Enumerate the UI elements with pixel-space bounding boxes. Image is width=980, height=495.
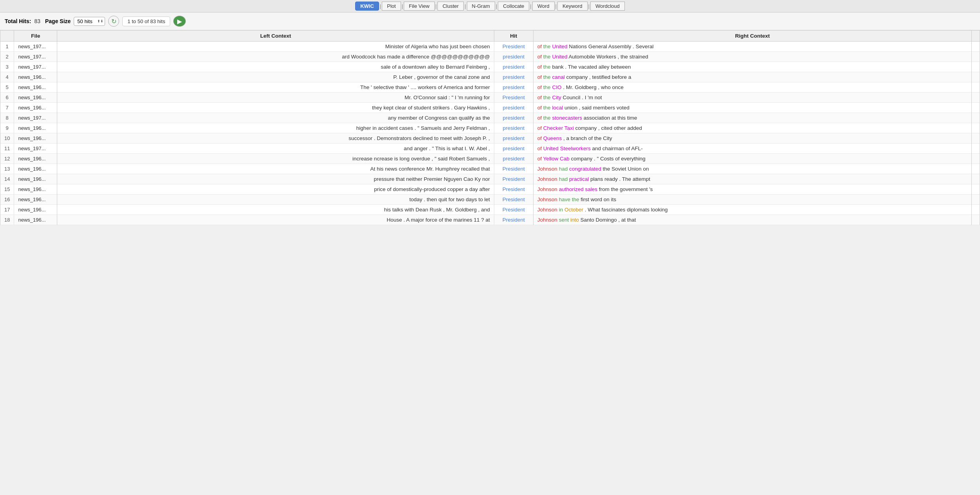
nav-kwic[interactable]: KWIC [355,2,379,11]
row-end [972,164,980,174]
left-context: pressure that neither Premier Nguyen Cao… [57,174,494,184]
table-row[interactable]: 14 news_196... pressure that neither Pre… [0,174,980,184]
left-context: any member of Congress can qualify as th… [57,113,494,123]
row-end [972,215,980,225]
top-nav: KWIC | Plot | File View | Cluster | N-Gr… [0,0,980,13]
row-number: 6 [0,93,14,103]
nav-word[interactable]: Word [532,2,555,11]
file-name[interactable]: news_197... [14,52,57,62]
right-context: of Yellow Cab company . " Costs of every… [533,154,971,164]
right-context: of the United Nations General Assembly .… [533,42,971,52]
col-num [0,31,14,42]
table-row[interactable]: 7 news_196... they kept clear of student… [0,103,980,113]
nav-collocate[interactable]: Collocate [498,2,529,11]
right-context: of the canal company , testified before … [533,72,971,82]
hit-word: president [494,113,533,123]
row-number: 14 [0,174,14,184]
hit-word: President [494,215,533,225]
table-row[interactable]: 18 news_196... House . A major force of … [0,215,980,225]
file-name[interactable]: news_196... [14,195,57,205]
row-number: 9 [0,123,14,133]
row-number: 13 [0,164,14,174]
file-name[interactable]: news_196... [14,174,57,184]
hit-word: President [494,93,533,103]
hit-word: president [494,62,533,72]
table-row[interactable]: 8 news_197... any member of Congress can… [0,113,980,123]
left-context: The ' selective thaw ' .... workers of A… [57,82,494,93]
col-left-context: Left Context [57,31,494,42]
hit-word: president [494,123,533,133]
toolbar: Total Hits: 83 Page Size 50 hits 100 hit… [0,13,980,30]
nav-plot[interactable]: Plot [382,2,401,11]
row-end [972,144,980,154]
right-context: of the CIO . Mr. Goldberg , who once [533,82,971,93]
file-name[interactable]: news_196... [14,154,57,164]
table-row[interactable]: 3 news_197... sale of a downtown alley t… [0,62,980,72]
file-name[interactable]: news_197... [14,113,57,123]
table-row[interactable]: 16 news_196... today . then quit for two… [0,195,980,205]
table-row[interactable]: 2 news_197... ard Woodcock has made a di… [0,52,980,62]
table-row[interactable]: 5 news_196... The ' selective thaw ' ...… [0,82,980,93]
left-context: At his news conference Mr. Humphrey reca… [57,164,494,174]
file-name[interactable]: news_196... [14,93,57,103]
row-number: 7 [0,103,14,113]
page-size-select[interactable]: 50 hits 100 hits 25 hits [74,17,105,26]
col-right-context: Right Context [533,31,971,42]
table-row[interactable]: 1 news_197... Minister of Algeria who ha… [0,42,980,52]
hit-word: President [494,174,533,184]
nav-wordcloud[interactable]: Wordcloud [590,2,625,11]
col-file: File [14,31,57,42]
row-number: 2 [0,52,14,62]
table-row[interactable]: 17 news_196... his talks with Dean Rusk … [0,205,980,215]
row-end [972,82,980,93]
right-context: of Checker Taxi company , cited other ad… [533,123,971,133]
nav-cluster[interactable]: Cluster [437,2,464,11]
left-context: sale of a downtown alley to Bernard Fein… [57,62,494,72]
file-name[interactable]: news_197... [14,144,57,154]
file-name[interactable]: news_196... [14,184,57,195]
table-row[interactable]: 15 news_196... price of domestically-pro… [0,184,980,195]
table-body: 1 news_197... Minister of Algeria who ha… [0,42,980,225]
refresh-button[interactable]: ↻ [108,16,119,27]
right-context: of the stonecasters association at this … [533,113,971,123]
file-name[interactable]: news_196... [14,123,57,133]
left-context: price of domestically-produced copper a … [57,184,494,195]
page-info: 1 to 50 of 83 hits [122,16,170,26]
row-number: 8 [0,113,14,123]
next-page-button[interactable]: ▶ [173,16,186,27]
row-end [972,205,980,215]
row-end [972,52,980,62]
right-context: of the local union , said members voted [533,103,971,113]
file-name[interactable]: news_196... [14,205,57,215]
file-name[interactable]: news_196... [14,215,57,225]
file-name[interactable]: news_196... [14,103,57,113]
row-number: 18 [0,215,14,225]
page-size-label: Page Size [45,18,71,24]
file-name[interactable]: news_197... [14,42,57,52]
row-end [972,154,980,164]
file-name[interactable]: news_197... [14,62,57,72]
file-name[interactable]: news_196... [14,164,57,174]
table-row[interactable]: 10 news_196... successor . Demonstrators… [0,133,980,144]
table-row[interactable]: 13 news_196... At his news conference Mr… [0,164,980,174]
file-name[interactable]: news_196... [14,133,57,144]
row-number: 17 [0,205,14,215]
hit-word: President [494,195,533,205]
file-name[interactable]: news_196... [14,82,57,93]
hit-word: president [494,133,533,144]
table-row[interactable]: 6 news_196... Mr. O'Connor said : " I 'm… [0,93,980,103]
row-end [972,113,980,123]
table-row[interactable]: 9 news_196... higher in accident cases .… [0,123,980,133]
table-row[interactable]: 12 news_196... increase ncrease is long … [0,154,980,164]
nav-fileview[interactable]: File View [404,2,435,11]
table-row[interactable]: 11 news_197... and anger . " This is wha… [0,144,980,154]
row-end [972,184,980,195]
hit-word: President [494,164,533,174]
nav-keyword[interactable]: Keyword [557,2,588,11]
file-name[interactable]: news_196... [14,72,57,82]
table-row[interactable]: 4 news_196... P. Leber , governor of the… [0,72,980,82]
hit-word: president [494,52,533,62]
nav-ngram[interactable]: N-Gram [467,2,495,11]
left-context: Minister of Algeria who has just been ch… [57,42,494,52]
row-end [972,93,980,103]
